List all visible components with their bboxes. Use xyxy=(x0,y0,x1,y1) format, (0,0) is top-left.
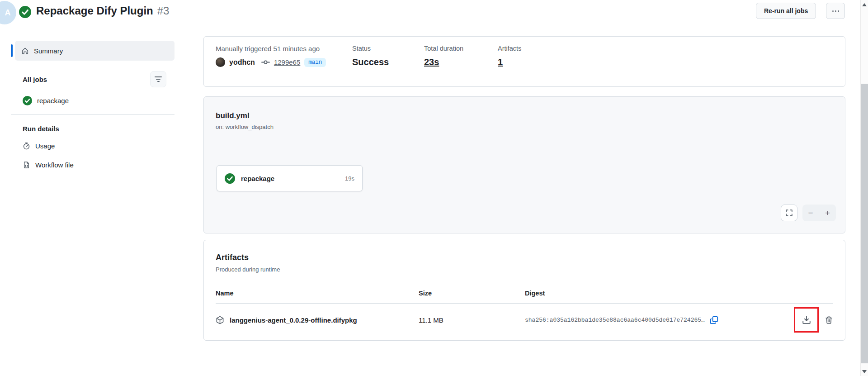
run-number: #3 xyxy=(157,5,170,17)
filter-jobs-button[interactable] xyxy=(150,71,166,87)
kebab-icon xyxy=(832,10,839,12)
all-jobs-label: All jobs xyxy=(23,76,47,83)
workflow-file-icon xyxy=(23,161,30,169)
job-node-label: repackage xyxy=(241,175,339,182)
artifacts-label: Artifacts xyxy=(498,45,521,52)
action-highlight-box xyxy=(794,307,819,333)
page-scrollbar[interactable] xyxy=(860,0,868,376)
actor-name[interactable]: yodhcn xyxy=(229,58,255,67)
fullscreen-button[interactable] xyxy=(781,205,797,221)
status-value: Success xyxy=(352,57,389,67)
sidebar-item-workflow-file[interactable]: Workflow file xyxy=(11,159,175,171)
artifact-digest: sha256:a035a162bba1de35e88ac6aa6c400d5de… xyxy=(525,317,705,324)
rerun-all-jobs-button[interactable]: Re-run all jobs xyxy=(756,3,816,19)
workflow-trigger: on: workflow_dispatch xyxy=(216,124,833,130)
sidebar-divider xyxy=(11,114,175,115)
column-header-digest: Digest xyxy=(525,290,833,297)
translator-overlay-badge[interactable]: A xyxy=(0,1,16,24)
artifacts-card: Artifacts Produced during runtime Name S… xyxy=(203,240,845,341)
filter-icon xyxy=(155,76,162,77)
translator-overlay-letter: A xyxy=(5,8,11,18)
home-icon xyxy=(21,47,29,55)
delete-artifact-button[interactable] xyxy=(825,316,833,324)
artifact-row: langgenius-agent_0.0.29-offline.difypkg … xyxy=(216,304,833,336)
git-commit-icon xyxy=(261,58,270,67)
scroll-down-icon[interactable] xyxy=(861,368,868,375)
zoom-control: − + xyxy=(802,205,836,221)
page-title: Repackage Dify Plugin#3 xyxy=(36,5,169,17)
copy-digest-icon[interactable] xyxy=(710,316,718,324)
sidebar: Summary All jobs repackage Run details xyxy=(11,41,175,171)
artifact-size: 11.1 MB xyxy=(419,316,525,324)
download-artifact-button[interactable] xyxy=(802,315,811,324)
sidebar-divider xyxy=(11,64,175,64)
more-options-button[interactable] xyxy=(826,3,845,19)
artifacts-title: Artifacts xyxy=(216,253,833,262)
sidebar-item-usage[interactable]: Usage xyxy=(11,140,175,152)
active-indicator-bar xyxy=(11,44,13,57)
duration-label: Total duration xyxy=(424,45,463,52)
commit-sha-link[interactable]: 1299e65 xyxy=(274,58,300,66)
workflow-graph-card: build.yml on: workflow_dispatch repackag… xyxy=(203,96,845,233)
package-icon xyxy=(216,316,224,324)
sidebar-item-label: Workflow file xyxy=(35,161,74,169)
artifacts-table-header: Name Size Digest xyxy=(216,283,833,304)
run-details-label: Run details xyxy=(11,125,175,133)
job-node-repackage[interactable]: repackage 19s xyxy=(217,165,363,191)
sidebar-job-label: repackage xyxy=(37,97,69,105)
trigger-text: Manually triggered 51 minutes ago xyxy=(216,45,833,52)
sidebar-item-label: Summary xyxy=(34,47,63,55)
job-success-icon xyxy=(23,96,32,105)
duration-value[interactable]: 23s xyxy=(424,57,463,67)
column-header-name: Name xyxy=(216,290,419,297)
column-header-size: Size xyxy=(419,290,525,297)
job-success-icon xyxy=(225,173,235,184)
artifacts-count[interactable]: 1 xyxy=(498,57,521,67)
branch-badge[interactable]: main xyxy=(304,58,326,67)
run-status-success-icon xyxy=(19,6,31,18)
sidebar-item-label: Usage xyxy=(35,142,55,150)
scroll-up-icon[interactable] xyxy=(861,1,868,8)
artifact-name[interactable]: langgenius-agent_0.0.29-offline.difypkg xyxy=(230,316,357,324)
job-node-duration: 19s xyxy=(345,175,354,182)
scrollbar-thumb[interactable] xyxy=(861,84,868,363)
actor-avatar[interactable] xyxy=(216,57,225,67)
status-label: Status xyxy=(352,45,389,52)
sidebar-job-repackage[interactable]: repackage xyxy=(11,95,175,106)
workflow-file-name: build.yml xyxy=(216,111,833,120)
zoom-out-button[interactable]: − xyxy=(802,205,819,221)
sidebar-item-summary[interactable]: Summary xyxy=(11,41,175,61)
stopwatch-icon xyxy=(23,142,30,150)
workflow-run-title: Repackage Dify Plugin xyxy=(36,5,153,17)
zoom-in-button[interactable]: + xyxy=(819,205,836,221)
fullscreen-icon xyxy=(785,209,793,217)
artifacts-subtitle: Produced during runtime xyxy=(216,266,833,273)
run-summary-card: Manually triggered 51 minutes ago yodhcn… xyxy=(203,36,845,87)
